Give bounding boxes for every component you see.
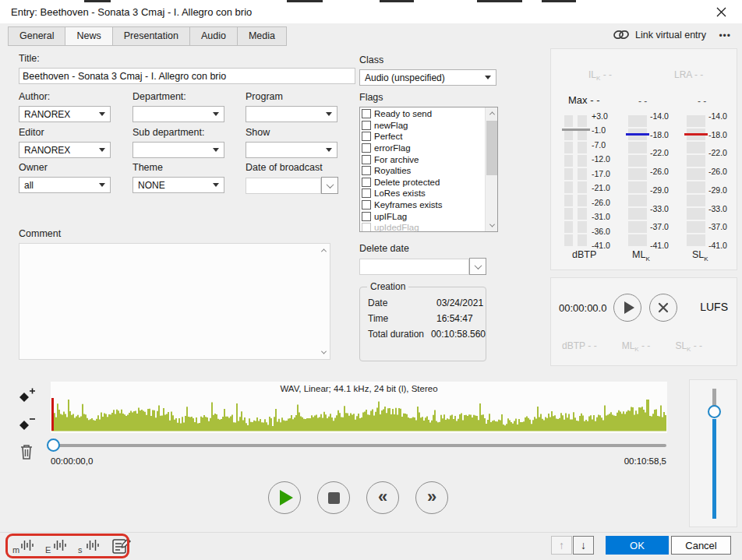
sub-department-combo[interactable] bbox=[132, 142, 224, 158]
owner-field-group: Owner all bbox=[19, 162, 111, 193]
flag-item[interactable]: errorFlag bbox=[360, 143, 497, 154]
move-up-button[interactable]: ↑ bbox=[551, 536, 572, 555]
flags-scrollbar[interactable] bbox=[485, 107, 497, 231]
tab[interactable]: Media bbox=[237, 26, 287, 46]
show-combo[interactable] bbox=[246, 142, 337, 158]
scrollbar-thumb[interactable] bbox=[486, 121, 497, 175]
ok-button[interactable]: OK bbox=[606, 536, 669, 555]
program-field-group: Program bbox=[246, 91, 337, 122]
play-button[interactable] bbox=[268, 481, 301, 514]
more-options-button[interactable]: ••• bbox=[716, 26, 734, 46]
scale-tick-label: -22.0 bbox=[650, 148, 669, 157]
scroll-down-button[interactable] bbox=[486, 220, 498, 231]
flag-item[interactable]: Ready to send bbox=[360, 108, 497, 120]
delete-date-input[interactable] bbox=[359, 259, 469, 275]
stop-button[interactable] bbox=[317, 481, 350, 514]
checkbox-icon bbox=[362, 132, 371, 141]
flag-item[interactable]: upIdedFlag bbox=[360, 222, 497, 232]
editor-label: Editor bbox=[19, 127, 111, 138]
lufs-play-button[interactable] bbox=[613, 294, 641, 322]
volume-track[interactable] bbox=[712, 419, 716, 519]
date-of-broadcast-label: Date of broadcast bbox=[246, 162, 338, 173]
waveform-display[interactable]: WAV, Linear; 44.1 kHz, 24 bit (l), Stere… bbox=[51, 382, 667, 433]
trash-icon bbox=[19, 443, 34, 460]
title-input[interactable] bbox=[19, 68, 355, 84]
move-down-button[interactable]: ↓ bbox=[573, 536, 594, 555]
link-virtual-entry-button[interactable]: Link virtual entry bbox=[613, 29, 706, 41]
delete-date-dropdown-button[interactable] bbox=[469, 258, 486, 275]
scale-tick-label: -18.0 bbox=[708, 130, 727, 139]
class-combo[interactable]: Audio (unspecified) bbox=[359, 69, 496, 86]
remove-marker-button[interactable] bbox=[17, 415, 36, 432]
lufs-cancel-button[interactable] bbox=[649, 294, 677, 322]
flag-item[interactable]: Royalties bbox=[360, 165, 497, 177]
comment-textarea[interactable] bbox=[19, 243, 330, 360]
scale-tick-label: -26.0 bbox=[650, 167, 669, 176]
tab[interactable]: General bbox=[8, 26, 65, 46]
flag-item[interactable]: Perfect bbox=[360, 131, 497, 143]
sl-target-line bbox=[684, 133, 708, 136]
scale-tick-label: -26.0 bbox=[708, 167, 727, 176]
flag-item[interactable]: Keyframes exists bbox=[360, 199, 497, 211]
date-of-broadcast-input[interactable] bbox=[246, 178, 321, 194]
sub-department-field-group: Sub department: bbox=[132, 127, 224, 158]
sl-top-value: - - bbox=[698, 96, 706, 107]
department-combo[interactable] bbox=[132, 106, 224, 122]
scroll-down-icon[interactable] bbox=[321, 349, 327, 354]
creation-row-value: 00:10:58.560 bbox=[431, 329, 486, 340]
chevron-down-icon bbox=[99, 112, 105, 116]
flag-item[interactable]: LoRes exists bbox=[360, 188, 497, 199]
seek-handle[interactable] bbox=[47, 438, 60, 452]
flag-label: Ready to send bbox=[374, 109, 432, 118]
theme-combo[interactable]: NONE bbox=[132, 177, 224, 193]
flag-item[interactable]: upIFLag bbox=[360, 210, 497, 222]
svg-text:s: s bbox=[78, 545, 83, 555]
edit-log-button[interactable] bbox=[111, 537, 132, 555]
link-virtual-entry-label: Link virtual entry bbox=[635, 30, 706, 41]
close-icon bbox=[716, 7, 726, 17]
tab[interactable]: Audio bbox=[189, 26, 238, 46]
editor-value: RANOREX bbox=[24, 145, 99, 156]
author-combo[interactable]: RANOREX bbox=[19, 106, 111, 122]
scale-tick-label: -31.0 bbox=[592, 212, 610, 221]
flag-item[interactable]: Delete protected bbox=[360, 177, 497, 188]
playhead-marker bbox=[51, 398, 54, 431]
flag-item[interactable]: newFlag bbox=[360, 120, 497, 132]
author-label: Author: bbox=[19, 91, 111, 102]
edit-note-icon bbox=[111, 537, 132, 555]
lufs-stat: MLK - - bbox=[622, 340, 651, 353]
editor-combo[interactable]: RANOREX bbox=[19, 142, 111, 158]
date-of-broadcast-dropdown-button[interactable] bbox=[321, 177, 338, 194]
tab[interactable]: News bbox=[65, 26, 112, 46]
flag-label: For archive bbox=[374, 155, 419, 164]
flag-item[interactable]: For archive bbox=[360, 153, 497, 165]
tab[interactable]: Presentation bbox=[112, 26, 190, 46]
flag-label: upIFLag bbox=[374, 212, 407, 221]
flags-label: Flags bbox=[359, 92, 498, 103]
e-loudness-button[interactable]: E bbox=[45, 537, 66, 555]
seek-bar[interactable] bbox=[51, 444, 666, 447]
rewind-button[interactable]: « bbox=[366, 481, 399, 514]
flag-label: Perfect bbox=[374, 132, 402, 141]
rewind-icon: « bbox=[378, 488, 387, 508]
add-marker-button[interactable] bbox=[17, 387, 36, 404]
scroll-up-button[interactable] bbox=[486, 107, 498, 119]
program-label: Program bbox=[246, 91, 337, 102]
scale-tick-label: -29.0 bbox=[650, 185, 669, 195]
close-button[interactable] bbox=[706, 2, 736, 22]
scroll-up-icon[interactable] bbox=[321, 248, 327, 254]
delete-markers-button[interactable] bbox=[17, 443, 36, 460]
owner-combo[interactable]: all bbox=[19, 177, 111, 193]
s-loudness-button[interactable]: s bbox=[78, 537, 99, 555]
tab-bar: General News Presentation Audio Media bbox=[0, 23, 742, 45]
cancel-button[interactable]: Cancel bbox=[671, 536, 731, 555]
scale-tick-label: -26.0 bbox=[592, 198, 610, 207]
scale-tick-label: -21.0 bbox=[592, 183, 610, 192]
forward-button[interactable]: » bbox=[415, 481, 448, 514]
scale-tick-label: -36.0 bbox=[592, 227, 610, 236]
program-combo[interactable] bbox=[246, 106, 337, 122]
play-icon bbox=[624, 301, 634, 314]
volume-slider-handle[interactable] bbox=[708, 405, 721, 418]
chevron-down-icon bbox=[99, 148, 105, 152]
max-loudness-button[interactable]: m bbox=[12, 537, 34, 555]
